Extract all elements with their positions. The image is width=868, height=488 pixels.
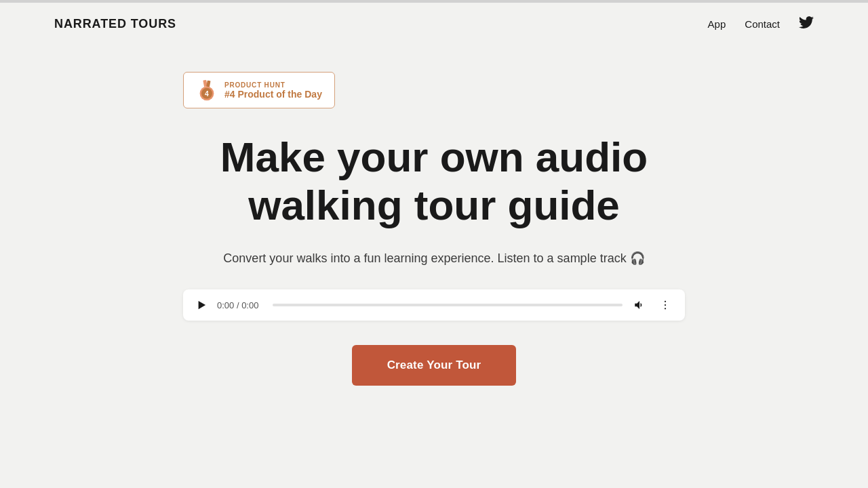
more-options-button[interactable] — [656, 296, 674, 314]
play-button[interactable] — [194, 298, 209, 312]
product-hunt-badge: 4 PRODUCT HUNT #4 Product of the Day — [183, 72, 335, 108]
cta-wrapper: Create Your Tour — [352, 345, 517, 386]
svg-point-6 — [665, 301, 666, 302]
volume-button[interactable] — [631, 296, 648, 314]
navbar: NARRATED TOURS App Contact — [0, 3, 868, 45]
svg-text:4: 4 — [205, 90, 209, 98]
time-display: 0:00 / 0:00 — [217, 300, 264, 310]
create-tour-button[interactable]: Create Your Tour — [352, 345, 517, 386]
twitter-link[interactable] — [799, 15, 814, 33]
nav-right: App Contact — [708, 15, 814, 33]
svg-point-8 — [665, 308, 666, 310]
main-content: 4 PRODUCT HUNT #4 Product of the Day Mak… — [0, 45, 868, 386]
svg-point-7 — [665, 304, 666, 306]
ph-label: PRODUCT HUNT — [224, 81, 322, 89]
ph-title: #4 Product of the Day — [224, 89, 322, 100]
progress-bar[interactable] — [273, 304, 623, 306]
nav-link-app[interactable]: App — [708, 18, 726, 30]
site-logo[interactable]: NARRATED TOURS — [54, 17, 176, 31]
hero-subtitle: Convert your walks into a fun learning e… — [223, 249, 644, 268]
twitter-icon — [799, 15, 814, 30]
svg-marker-5 — [199, 301, 206, 309]
audio-player: 0:00 / 0:00 — [183, 289, 685, 321]
volume-icon — [633, 299, 646, 311]
svg-rect-1 — [206, 81, 210, 87]
medal-icon: 4 — [196, 79, 218, 101]
play-icon — [197, 300, 206, 310]
more-icon — [659, 299, 671, 311]
badge-row: 4 PRODUCT HUNT #4 Product of the Day — [183, 72, 685, 108]
hero-heading: Make your own audio walking tour guide — [180, 133, 688, 230]
ph-text: PRODUCT HUNT #4 Product of the Day — [224, 81, 322, 100]
nav-link-contact[interactable]: Contact — [745, 18, 780, 30]
